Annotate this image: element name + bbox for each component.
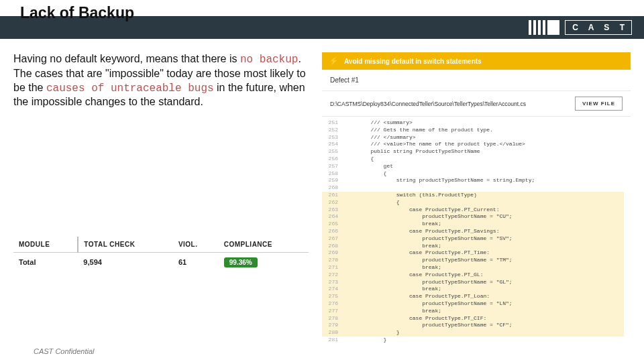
code-text: get: [345, 163, 393, 170]
header: Lack of Backup C A S T: [0, 0, 644, 39]
footer-confidential: CAST Confidential: [34, 347, 95, 355]
code-line: 281 }: [322, 337, 624, 344]
code-report-panel: ⚡ Avoid missing default in switch statem…: [322, 52, 631, 349]
code-line: 265 break;: [322, 221, 624, 228]
line-number: 255: [322, 148, 345, 156]
line-number: 274: [322, 286, 345, 293]
code-text: {: [345, 199, 400, 206]
compliance-badge: 99.36%: [224, 257, 258, 267]
code-text: case ProductType.PT_Time:: [345, 249, 490, 257]
line-number: 280: [322, 329, 345, 337]
code-text: {: [345, 170, 386, 178]
td-module: Total: [13, 253, 78, 272]
line-number: 279: [322, 322, 345, 329]
line-number: 260: [322, 184, 345, 192]
code-text: /// Gets the name of the product type.: [345, 127, 493, 134]
code-line: 261 switch (this.ProductType): [322, 192, 624, 199]
line-number: 266: [322, 228, 345, 235]
code-line: 274 break;: [322, 286, 624, 293]
line-number: 269: [322, 249, 345, 257]
brand-name: C A S T: [565, 20, 632, 35]
line-number: 264: [322, 213, 345, 221]
code-line: 269 case ProductType.PT_Time:: [322, 249, 624, 257]
code-line: 277 break;: [322, 308, 624, 315]
code-text: productTypeShortName = "CF";: [345, 322, 513, 329]
code-text: productTypeShortName = "CU";: [345, 213, 513, 221]
code-line: 272 case ProductType.PT_GL:: [322, 272, 624, 279]
code-line: 255 public string ProductTypeShortName: [322, 148, 624, 156]
code-text: /// <value>The name of the product type.…: [345, 141, 525, 148]
line-number: 273: [322, 279, 345, 286]
code-text: case ProductType.PT_CIF:: [345, 315, 486, 322]
code-line: 258 {: [322, 170, 624, 178]
line-number: 277: [322, 308, 345, 315]
th-module: MODULE: [13, 237, 78, 253]
code-text: switch (this.ProductType): [345, 192, 477, 199]
th-compliance: COMPLIANCE: [219, 237, 309, 253]
line-number: 275: [322, 293, 345, 300]
code-text: }: [345, 337, 386, 344]
code-line: 279 productTypeShortName = "CF";: [322, 322, 624, 329]
code-line: 267 productTypeShortName = "SV";: [322, 235, 624, 243]
logo-bars-icon: [529, 20, 559, 35]
code-line: 251 /// <summary>: [322, 119, 624, 127]
line-number: 272: [322, 272, 345, 279]
para-code-2: causes of untraceable bugs: [46, 82, 214, 95]
code-line: 273 productTypeShortName = "GL";: [322, 279, 624, 286]
brand-logo: C A S T: [529, 20, 632, 35]
line-number: 257: [322, 163, 345, 170]
code-text: case ProductType.PT_Savings:: [345, 228, 499, 235]
para-code-1: no backup: [240, 54, 298, 66]
code-text: break;: [345, 308, 441, 315]
line-number: 253: [322, 134, 345, 141]
code-text: break;: [345, 264, 441, 272]
line-number: 281: [322, 337, 345, 344]
description-paragraph: Having no default keyword, means that th…: [13, 52, 309, 109]
view-file-button[interactable]: VIEW FILE: [575, 97, 623, 111]
code-line: 253 /// </summary>: [322, 134, 624, 141]
code-line: 266 case ProductType.PT_Savings:: [322, 228, 624, 235]
metrics-table: MODULE TOTAL CHECK VIOL. COMPLIANCE Tota…: [13, 237, 309, 272]
line-number: 263: [322, 206, 345, 214]
td-viol: 61: [173, 253, 219, 272]
code-text: case ProductType.PT_GL:: [345, 272, 483, 279]
code-text: case ProductType.PT_Current:: [345, 206, 499, 214]
page-title: Lack of Backup: [20, 4, 134, 22]
code-text: break;: [345, 221, 441, 228]
code-text: case ProductType.PT_Loan:: [345, 293, 490, 300]
code-text: string productTypeShortName = string.Emp…: [345, 177, 535, 184]
violation-banner: ⚡ Avoid missing default in switch statem…: [322, 52, 631, 70]
code-line: 271 break;: [322, 264, 624, 272]
code-line: 259 string productTypeShortName = string…: [322, 177, 624, 184]
code-text: /// </summary>: [345, 134, 416, 141]
code-text: {: [345, 156, 374, 163]
line-number: 267: [322, 235, 345, 243]
code-line: 262 {: [322, 199, 624, 206]
line-number: 258: [322, 170, 345, 178]
line-number: 271: [322, 264, 345, 272]
line-number: 278: [322, 315, 345, 322]
code-block: 251 /// <summary>252 /// Gets the name o…: [322, 117, 631, 349]
line-number: 276: [322, 300, 345, 308]
code-line: 257 get: [322, 163, 624, 170]
code-line: 276 productTypeShortName = "LN";: [322, 300, 624, 308]
line-number: 251: [322, 119, 345, 127]
line-number: 262: [322, 199, 345, 206]
line-number: 256: [322, 156, 345, 163]
defect-label: Defect #1: [330, 76, 359, 84]
code-line: 280 }: [322, 329, 624, 337]
code-text: }: [345, 329, 400, 337]
code-line: 254 /// <value>The name of the product t…: [322, 141, 624, 148]
code-line: 278 case ProductType.PT_CIF:: [322, 315, 624, 322]
code-line: 264 productTypeShortName = "CU";: [322, 213, 624, 221]
banner-text: Avoid missing default in switch statemen…: [344, 58, 482, 65]
line-number: 252: [322, 127, 345, 134]
line-number: 254: [322, 141, 345, 148]
th-total-check: TOTAL CHECK: [78, 237, 173, 253]
code-text: productTypeShortName = "SV";: [345, 235, 513, 243]
code-line: 252 /// Gets the name of the product typ…: [322, 127, 624, 134]
line-number: 270: [322, 257, 345, 264]
line-number: 265: [322, 221, 345, 228]
para-text-1: Having no default keyword, means that th…: [13, 53, 240, 64]
td-total-check: 9,594: [78, 253, 173, 272]
